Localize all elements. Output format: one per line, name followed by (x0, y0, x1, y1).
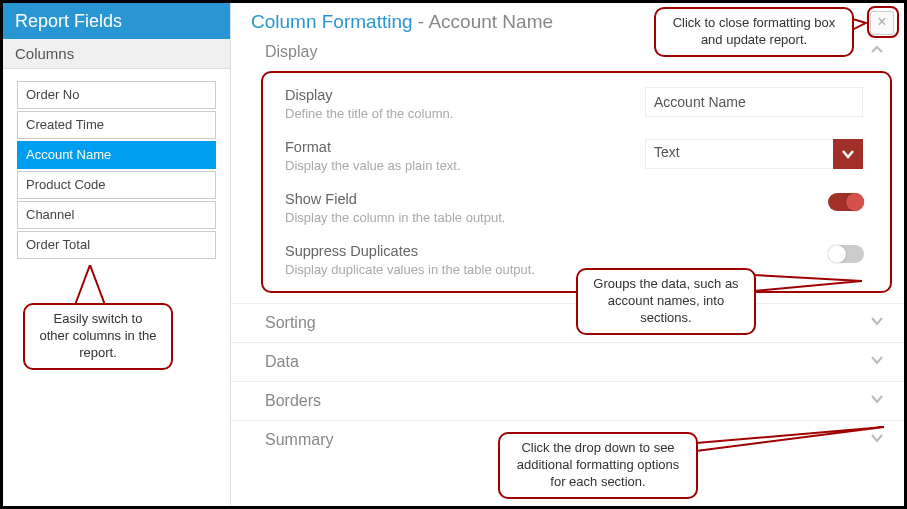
callout-close-text: Click to close formatting box and update… (668, 15, 840, 49)
section-label-data: Data (265, 353, 299, 370)
sidebar: Report Fields Columns Order No Created T… (3, 3, 231, 506)
callout-section-pointer (696, 425, 886, 453)
column-list: Order No Created Time Account Name Produ… (3, 69, 230, 273)
callout-close: Click to close formatting box and update… (654, 7, 854, 57)
callout-suppress-text: Groups the data, such as account names, … (590, 276, 742, 327)
panel-title-sub: Account Name (428, 11, 553, 32)
show-field-toggle[interactable] (828, 193, 864, 211)
column-item-order-total[interactable]: Order Total (17, 231, 216, 259)
format-select-value: Text (645, 139, 863, 169)
desc-display: Define the title of the column. (285, 106, 645, 121)
format-select[interactable]: Text (645, 139, 863, 169)
callout-sidebar: Easily switch to other columns in the re… (23, 303, 173, 370)
callout-section-text: Click the drop down to see additional fo… (512, 440, 684, 491)
sidebar-header: Report Fields (3, 3, 230, 39)
chevron-down-icon (870, 353, 884, 371)
callout-section: Click the drop down to see additional fo… (498, 432, 698, 499)
callout-sidebar-text: Easily switch to other columns in the re… (37, 311, 159, 362)
row-display: Display Define the title of the column. (285, 87, 868, 121)
callout-suppress: Groups the data, such as account names, … (576, 268, 756, 335)
column-item-channel[interactable]: Channel (17, 201, 216, 229)
panel-title-sep: - (413, 11, 429, 32)
close-button[interactable]: × (870, 11, 894, 35)
section-header-data[interactable]: Data (231, 342, 904, 381)
label-show-field: Show Field (285, 191, 645, 207)
row-show-field: Show Field Display the column in the tab… (285, 191, 868, 225)
section-label-borders: Borders (265, 392, 321, 409)
column-item-order-no[interactable]: Order No (17, 81, 216, 109)
column-item-product-code[interactable]: Product Code (17, 171, 216, 199)
chevron-up-icon (870, 43, 884, 61)
row-format: Format Display the value as plain text. … (285, 139, 868, 173)
label-display: Display (285, 87, 645, 103)
callout-sidebar-pointer (69, 265, 111, 307)
chevron-down-icon (870, 392, 884, 410)
column-item-account-name[interactable]: Account Name (17, 141, 216, 169)
desc-format: Display the value as plain text. (285, 158, 645, 173)
sidebar-subheader: Columns (3, 39, 230, 69)
section-label-display: Display (265, 43, 317, 60)
section-header-borders[interactable]: Borders (231, 381, 904, 420)
display-body: Display Define the title of the column. … (261, 71, 892, 293)
suppress-toggle[interactable] (828, 245, 864, 263)
column-item-created-time[interactable]: Created Time (17, 111, 216, 139)
panel-title-main: Column Formatting (251, 11, 413, 32)
close-icon: × (877, 13, 886, 30)
callout-suppress-pointer (754, 271, 864, 295)
label-suppress: Suppress Duplicates (285, 243, 645, 259)
section-label-sorting: Sorting (265, 314, 316, 331)
toggle-knob (846, 193, 864, 211)
toggle-knob (828, 245, 846, 263)
section-header-sorting[interactable]: Sorting (231, 303, 904, 342)
display-title-input[interactable] (645, 87, 863, 117)
label-format: Format (285, 139, 645, 155)
desc-show-field: Display the column in the table output. (285, 210, 645, 225)
chevron-down-icon (870, 314, 884, 332)
section-label-summary: Summary (265, 431, 333, 448)
chevron-down-icon (833, 139, 863, 169)
